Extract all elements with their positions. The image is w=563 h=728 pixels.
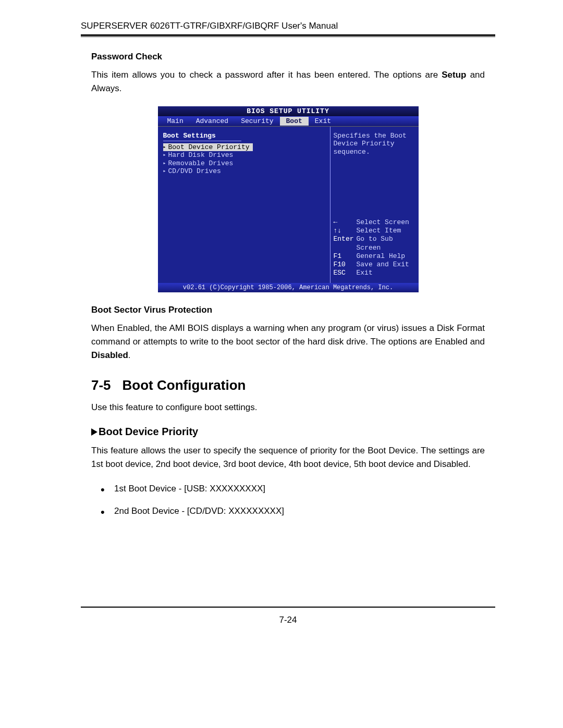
key: F10 bbox=[334, 261, 357, 269]
bios-body: Boot Settings Boot Device Priority Hard … bbox=[158, 126, 419, 283]
bios-tab-main: Main bbox=[161, 117, 190, 126]
bios-tab-exit: Exit bbox=[309, 117, 337, 126]
bios-tab-security: Security bbox=[235, 117, 279, 126]
page-number: 7-24 bbox=[81, 615, 495, 625]
text: . bbox=[128, 350, 131, 360]
text-strong: Setup bbox=[442, 70, 466, 80]
list-item: 2nd Boot Device - [CD/DVD: XXXXXXXXX] bbox=[91, 504, 485, 518]
page-header: SUPERSERVER 6026TT-GTRF/GIBXRF/GIBQRF Us… bbox=[81, 21, 495, 31]
footer-rule bbox=[81, 607, 495, 608]
key-desc: Select Item bbox=[357, 227, 415, 235]
key-desc: General Help bbox=[357, 252, 415, 261]
section-title: Boot Configuration bbox=[123, 377, 246, 393]
key: ESC bbox=[334, 269, 357, 277]
password-check-para: This item allows you to check a password… bbox=[91, 68, 485, 96]
bios-title: BIOS SETUP UTILITY bbox=[158, 106, 419, 116]
key: ← bbox=[334, 218, 357, 227]
bios-item-boot-device-priority: Boot Device Priority bbox=[163, 143, 253, 152]
text: This item allows you to check a password… bbox=[91, 70, 442, 80]
key-desc: Save and Exit bbox=[357, 261, 415, 269]
sub-heading-text: Boot Device Priority bbox=[99, 426, 198, 437]
bios-tabs: Main Advanced Security Boot Exit bbox=[158, 116, 419, 126]
bios-heading: Boot Settings bbox=[163, 132, 325, 140]
priority-bullets: 1st Boot Device - [USB: XXXXXXXXX] 2nd B… bbox=[91, 482, 485, 518]
priority-para: This feature allows the user to specify … bbox=[91, 444, 485, 472]
bios-key-help: ←Select Screen ↑↓Select Item EnterGo to … bbox=[334, 218, 415, 278]
bios-help-text: Specifies the Boot Device Priority seque… bbox=[334, 132, 415, 156]
bios-item-cddvd: CD/DVD Drives bbox=[163, 167, 325, 176]
bios-right-pane: Specifies the Boot Device Priority seque… bbox=[330, 127, 419, 283]
bios-screenshot: BIOS SETUP UTILITY Main Advanced Securit… bbox=[158, 106, 419, 292]
bios-tab-advanced: Advanced bbox=[190, 117, 235, 126]
key-desc: Go to Sub Screen bbox=[357, 235, 415, 252]
section-intro: Use this feature to configure boot setti… bbox=[91, 401, 485, 414]
bios-divider bbox=[163, 141, 241, 141]
boot-sector-title: Boot Sector Virus Protection bbox=[91, 305, 485, 315]
section-heading: 7-5Boot Configuration bbox=[91, 377, 485, 393]
bios-item-hard-disk: Hard Disk Drives bbox=[163, 151, 325, 159]
key: Enter bbox=[334, 235, 357, 252]
bios-footer: v02.61 (C)Copyright 1985-2006, American … bbox=[158, 283, 419, 292]
list-item: 1st Boot Device - [USB: XXXXXXXXX] bbox=[91, 482, 485, 496]
key: ↑↓ bbox=[334, 227, 357, 235]
triangle-icon bbox=[91, 428, 97, 436]
boot-sector-para: When Enabled, the AMI BOIS displays a wa… bbox=[91, 322, 485, 363]
password-check-title: Password Check bbox=[91, 52, 485, 62]
key: F1 bbox=[334, 252, 357, 261]
text-strong: Disabled bbox=[91, 350, 128, 360]
content-area: Password Check This item allows you to c… bbox=[81, 52, 495, 518]
key-desc: Exit bbox=[357, 269, 415, 277]
bios-item-removable: Removable Drives bbox=[163, 159, 325, 168]
bios-left-pane: Boot Settings Boot Device Priority Hard … bbox=[158, 127, 330, 283]
sub-heading: Boot Device Priority bbox=[91, 426, 485, 438]
bios-tab-boot: Boot bbox=[280, 117, 309, 126]
section-number: 7-5 bbox=[91, 377, 111, 393]
header-rule bbox=[81, 34, 495, 37]
key-desc: Select Screen bbox=[357, 218, 415, 227]
text: When Enabled, the AMI BOIS displays a wa… bbox=[91, 323, 485, 347]
